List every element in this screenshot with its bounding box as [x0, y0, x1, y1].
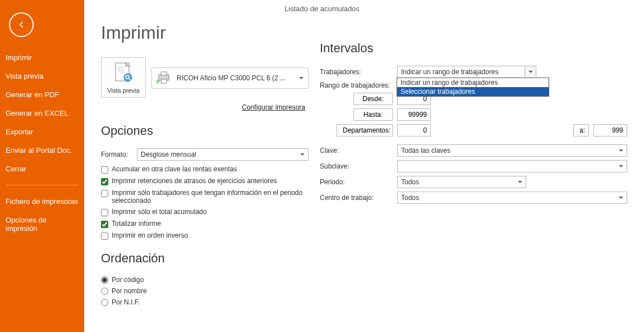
preview-button[interactable]: Vista previa: [101, 57, 146, 98]
trabajadores-dropdown[interactable]: Indicar un rango de trabajadores: [397, 66, 525, 78]
trabajadores-option-rango[interactable]: Indicar un rango de trabajadores: [397, 78, 549, 87]
check-orden-inverso[interactable]: [101, 233, 108, 240]
ordenacion-heading: Ordenación: [101, 251, 309, 266]
trabajadores-dropdown-list: Indicar un rango de trabajadores Selecci…: [397, 78, 549, 97]
chevron-down-icon: [528, 71, 533, 73]
chevron-down-icon: [300, 153, 305, 156]
dept-from-input[interactable]: [397, 124, 431, 137]
check-acumular-label: Acumular en otra clave las rentas exenta…: [112, 165, 237, 173]
clave-value: Todas las claves: [401, 147, 450, 154]
centro-value: Todos: [401, 194, 419, 202]
periodo-label: Periodo:: [320, 178, 393, 186]
hasta-button[interactable]: Hasta:: [353, 108, 393, 121]
clave-label: Clave:: [320, 147, 393, 154]
departamentos-button[interactable]: Departamentos:: [337, 124, 393, 137]
svg-rect-9: [161, 79, 167, 83]
sidebar-item-preview[interactable]: Vista previa: [0, 67, 84, 85]
sidebar-item-printer-file[interactable]: Fichero de impresoras: [0, 192, 84, 211]
radio-por-nombre[interactable]: [101, 288, 108, 295]
hasta-input[interactable]: [397, 108, 431, 121]
sidebar-item-print[interactable]: Imprimir: [0, 48, 84, 67]
periodo-value: Todos: [401, 178, 419, 186]
dept-to-input[interactable]: [594, 124, 627, 137]
sidebar-item-pdf[interactable]: Generar en PDF: [0, 85, 84, 104]
chevron-down-icon: [619, 165, 623, 167]
periodo-dropdown[interactable]: Todos: [397, 176, 526, 188]
sidebar-item-print-options[interactable]: Opciones de impresión: [0, 211, 84, 238]
a-button[interactable]: a:: [573, 124, 589, 137]
trabajadores-dropdown-arrow[interactable]: [525, 66, 536, 78]
page-heading: Imprimir: [101, 22, 309, 43]
subclave-dropdown[interactable]: [397, 160, 627, 172]
svg-rect-8: [161, 72, 167, 75]
centro-dropdown[interactable]: Todos: [397, 192, 627, 204]
check-retenciones[interactable]: [101, 178, 108, 185]
check-acumular[interactable]: [101, 166, 108, 174]
formato-label: Formato:: [101, 151, 132, 158]
check-solo-trabajadores-label: Imprimir sólo trabajadores que tengan in…: [112, 189, 309, 204]
back-button[interactable]: [9, 12, 34, 37]
printer-dropdown[interactable]: RICOH Aficio MP C3000 PCL 6 (2 ...: [151, 67, 309, 89]
check-totalizar-label: Totalizar informe: [112, 220, 161, 228]
rango-label: Rango de trabajadores:: [320, 81, 393, 89]
sidebar-item-portal[interactable]: Enviar al Portal Doc.: [0, 141, 84, 160]
chevron-down-icon: [619, 149, 623, 152]
printer-icon: [157, 71, 171, 85]
clave-dropdown[interactable]: Todas las claves: [397, 144, 627, 157]
check-solo-trabajadores[interactable]: [101, 190, 108, 197]
sidebar-item-export[interactable]: Exportar: [0, 122, 84, 141]
subclave-label: Subclave:: [320, 162, 393, 170]
check-retenciones-label: Imprimir retenciones de atrasos de ejerc…: [112, 177, 277, 185]
trabajadores-label: Trabajadores:: [320, 68, 393, 76]
radio-por-codigo[interactable]: [101, 276, 108, 284]
centro-label: Centro de trabajo:: [320, 194, 393, 202]
formato-dropdown[interactable]: Desglose mensual: [137, 148, 309, 161]
configure-printer-link[interactable]: Configurar impresora: [242, 103, 305, 111]
radio-por-nif-label: Por N.I.F.: [112, 298, 140, 306]
preview-label: Vista previa: [107, 87, 139, 94]
check-solo-total-label: Imprimir sólo el total acumulado: [112, 208, 206, 216]
chevron-down-icon: [518, 181, 522, 183]
document-preview-icon: [113, 61, 134, 85]
chevron-down-icon: [299, 77, 303, 79]
check-orden-inverso-label: Imprimir en orden inverso: [112, 231, 188, 239]
desde-button[interactable]: Desde:: [353, 93, 393, 105]
trabajadores-option-seleccionar[interactable]: Seleccionar trabajadores: [397, 87, 549, 96]
sidebar: Imprimir Vista previa Generar en PDF Gen…: [0, 0, 84, 332]
printer-name: RICOH Aficio MP C3000 PCL 6 (2 ...: [177, 74, 293, 82]
radio-por-codigo-label: Por código: [112, 276, 144, 284]
opciones-heading: Opciones: [101, 124, 309, 138]
sidebar-item-close[interactable]: Cerrar: [0, 160, 84, 178]
check-solo-total[interactable]: [101, 209, 108, 216]
trabajadores-value: Indicar un rango de trabajadores: [401, 68, 498, 76]
intervalos-heading: Intervalos: [320, 41, 627, 56]
sidebar-divider: [6, 185, 79, 185]
radio-por-nif[interactable]: [101, 299, 108, 306]
sidebar-item-excel[interactable]: Generar en EXCEL: [0, 104, 84, 122]
check-totalizar[interactable]: [101, 221, 108, 228]
radio-por-nombre-label: Por nombre: [112, 287, 147, 295]
formato-value: Desglose mensual: [141, 151, 196, 158]
chevron-down-icon: [619, 197, 623, 199]
